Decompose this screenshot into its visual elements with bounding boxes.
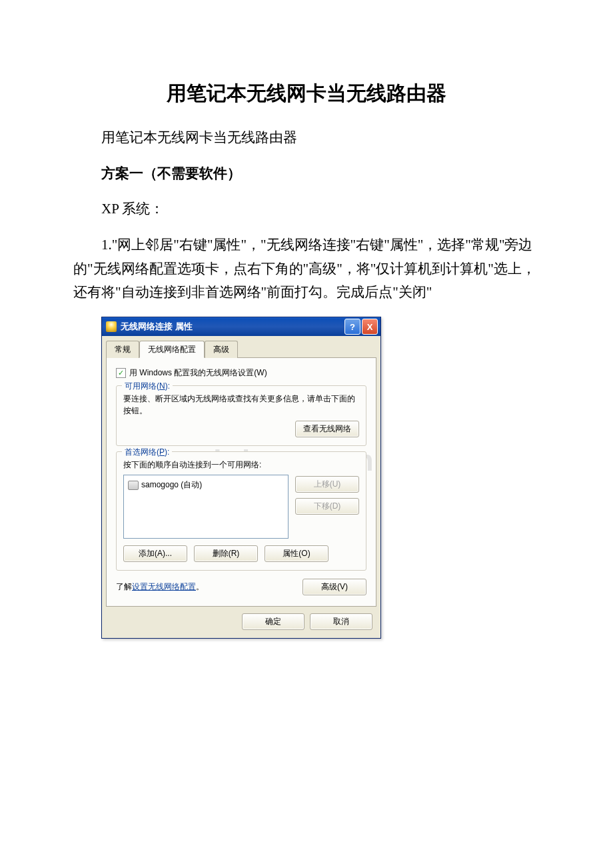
preferred-legend: 首选网络(P):: [122, 447, 172, 458]
ok-button[interactable]: 确定: [242, 613, 305, 630]
close-button[interactable]: X: [362, 319, 378, 335]
tab-general[interactable]: 常规: [106, 341, 139, 358]
use-windows-label: 用 Windows 配置我的无线网络设置(W): [129, 367, 267, 379]
os-line: XP 系统：: [73, 197, 540, 221]
preferred-networks-group: 首选网络(P): 按下面的顺序自动连接到一个可用网络: samogogo (自动…: [116, 451, 366, 571]
learn-suffix: 。: [196, 581, 204, 593]
remove-button[interactable]: 删除(R): [194, 545, 258, 562]
add-button[interactable]: 添加(A)...: [123, 545, 187, 562]
tab-strip: 常规 无线网络配置 高级: [106, 340, 376, 358]
help-button[interactable]: ?: [344, 319, 360, 335]
properties-button[interactable]: 属性(O): [265, 545, 328, 562]
plan-heading: 方案一（不需要软件）: [73, 162, 540, 186]
available-networks-group: 可用网络(N): 要连接、断开区域内无线网络或查找有关更多信息，请单击下面的按钮…: [116, 385, 366, 446]
titlebar[interactable]: 无线网络连接 属性 ? X: [102, 317, 380, 336]
available-legend: 可用网络(N):: [122, 381, 173, 392]
list-item[interactable]: samogogo (自动): [127, 478, 285, 492]
step-1: 1."网上邻居"右键"属性"，"无线网络连接"右键"属性"，选择"常规"旁边的"…: [73, 233, 540, 305]
wireless-properties-dialog: www.bdocx.com 无线网络连接 属性 ? X 常规 无线网络配置 高级…: [101, 317, 381, 639]
advanced-button[interactable]: 高级(V): [303, 579, 366, 595]
tab-panel-wireless: ✓ 用 Windows 配置我的无线网络设置(W) 可用网络(N): 要连接、断…: [106, 358, 376, 607]
tab-wireless-config[interactable]: 无线网络配置: [139, 341, 205, 358]
move-up-button[interactable]: 上移(U): [295, 476, 359, 493]
network-icon: [106, 321, 117, 332]
tab-advanced[interactable]: 高级: [205, 341, 238, 358]
page-title: 用笔记本无线网卡当无线路由器: [73, 80, 540, 107]
window-title: 无线网络连接 属性: [121, 321, 193, 333]
view-wireless-button[interactable]: 查看无线网络: [295, 421, 359, 437]
network-item-label: samogogo (自动): [141, 479, 202, 491]
preferred-text: 按下面的顺序自动连接到一个可用网络:: [123, 459, 359, 471]
preferred-listbox[interactable]: samogogo (自动): [123, 475, 289, 539]
use-windows-checkbox[interactable]: ✓: [116, 368, 126, 378]
move-down-button[interactable]: 下移(D): [295, 498, 359, 515]
learn-prefix: 了解: [116, 581, 132, 593]
doc-subtitle: 用笔记本无线网卡当无线路由器: [73, 126, 540, 150]
learn-link[interactable]: 设置无线网络配置: [132, 581, 196, 593]
available-text: 要连接、断开区域内无线网络或查找有关更多信息，请单击下面的按钮。: [123, 393, 359, 417]
cancel-button[interactable]: 取消: [310, 613, 372, 630]
network-item-icon: [128, 481, 139, 490]
